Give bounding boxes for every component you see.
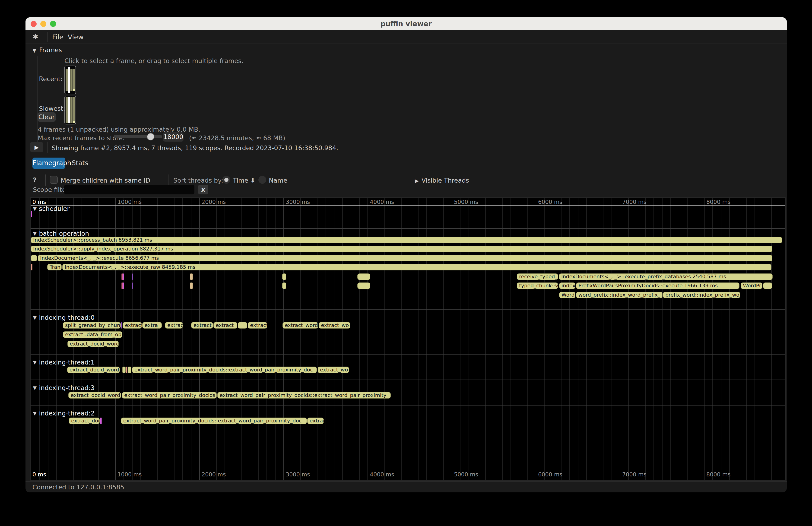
merge-children-checkbox[interactable]: [50, 176, 58, 184]
scope-bar[interactable]: extract_: [191, 322, 213, 328]
frame-bar-selected[interactable]: [68, 67, 70, 93]
sort-time-radio[interactable]: [222, 176, 230, 184]
scope-bar[interactable]: [126, 367, 128, 373]
sort-time-label[interactable]: Time ⬇: [233, 177, 256, 184]
visible-threads-toggle[interactable]: ▶Visible Threads: [415, 177, 469, 184]
scope-bar[interactable]: extract_word: [282, 322, 318, 328]
scope-bar[interactable]: extract_doc: [69, 418, 100, 424]
scope-bar[interactable]: extract_word_pair_proximity_docids::extr…: [121, 418, 307, 424]
recent-frames-thumbnail[interactable]: [64, 65, 76, 94]
scope-bar[interactable]: extract_word_pair_proximity_docids::extr…: [132, 367, 317, 373]
scope-bar[interactable]: [122, 367, 126, 373]
frame-bar-selected[interactable]: [68, 97, 70, 123]
scope-bar[interactable]: extract_wo: [319, 322, 350, 328]
scope-bar[interactable]: PrefixWordPairsProximityDocids::execute …: [576, 282, 739, 289]
scope-bar[interactable]: extract: [248, 322, 267, 328]
scope-bar[interactable]: [357, 282, 370, 289]
frames-summary: 4 frames (1 unpacked) using approximatel…: [38, 126, 200, 133]
scope-bar[interactable]: typed_chunk::w: [517, 282, 558, 289]
frame-bar[interactable]: [73, 69, 75, 91]
max-frames-slider[interactable]: [114, 135, 162, 138]
scope-bar[interactable]: extract_word_pair_proximity_docids: [122, 392, 217, 398]
scope-bar[interactable]: [123, 282, 124, 289]
scope-bar[interactable]: extract_docid_word: [67, 367, 120, 373]
scope-bar[interactable]: [132, 274, 133, 280]
scope-bar[interactable]: Word: [559, 292, 576, 298]
scope-bar[interactable]: [31, 211, 32, 217]
scope-bar[interactable]: [31, 264, 32, 271]
scope-bar[interactable]: extract_docid_word: [68, 341, 119, 347]
slider-knob[interactable]: [147, 133, 154, 141]
slowest-frames-thumbnail[interactable]: [64, 96, 76, 125]
scope-bar[interactable]: IndexDocuments<_, _>::execute 8656.677 m…: [38, 255, 772, 261]
scope-bar[interactable]: extract_wo: [318, 367, 349, 373]
thread-group-label[interactable]: ▼indexing-thread:1: [33, 359, 95, 366]
thread-group-label[interactable]: ▼scheduler: [33, 205, 70, 212]
scope-bar[interactable]: extrac: [307, 418, 324, 424]
separator: [47, 142, 48, 153]
thread-group-label[interactable]: ▼indexing-thread:0: [33, 314, 95, 321]
scope-bar[interactable]: IndexScheduler>::process_batch 8953.821 …: [31, 237, 782, 243]
merge-children-label[interactable]: Merge children with same ID: [61, 177, 150, 184]
scope-bar[interactable]: [121, 282, 123, 289]
scope-bar[interactable]: extract_: [214, 322, 237, 328]
scope-bar[interactable]: [238, 322, 247, 328]
max-frames-value[interactable]: 18000: [163, 132, 184, 142]
scope-bar[interactable]: extract_docid_word: [68, 392, 121, 398]
scope-bar[interactable]: IndexScheduler>::apply_index_operation 8…: [31, 246, 772, 252]
frame-bar[interactable]: [66, 97, 68, 123]
scope-bar[interactable]: [123, 274, 124, 280]
theme-toggle-icon[interactable]: ✱: [32, 33, 38, 41]
menu-view[interactable]: View: [68, 33, 84, 41]
help-button[interactable]: ?: [33, 176, 37, 184]
scope-bar[interactable]: [190, 274, 193, 280]
frame-bar[interactable]: [66, 69, 68, 91]
frame-bar[interactable]: [70, 69, 73, 91]
play-button[interactable]: ▶: [30, 142, 43, 152]
scope-bar[interactable]: word_prefix::index_word_prefix_: [576, 292, 663, 298]
scope-bar[interactable]: [132, 282, 133, 289]
thread-group-label[interactable]: ▼batch-operation: [33, 230, 89, 237]
scope-filter-input[interactable]: [64, 185, 194, 194]
scope-bar[interactable]: prefix_word::index_prefix_wo: [663, 292, 740, 298]
clear-button[interactable]: Clear: [38, 112, 56, 122]
scope-bar[interactable]: receive_typed_: [517, 274, 558, 280]
scope-bar[interactable]: WordPr: [741, 282, 763, 289]
tab-stats[interactable]: Stats: [70, 158, 90, 169]
scope-bar[interactable]: extra: [142, 322, 162, 328]
flamegraph-canvas[interactable]: 0 ms0 ms1000 ms1000 ms2000 ms2000 ms3000…: [30, 198, 786, 481]
scope-bar[interactable]: Trans: [47, 264, 62, 271]
menu-bar: ✱ File View: [26, 30, 787, 44]
scope-bar[interactable]: [121, 274, 123, 280]
scope-bar[interactable]: [128, 367, 131, 373]
scope-bar[interactable]: [357, 274, 370, 280]
scope-bar[interactable]: IndexDocuments<_, _>::execute_prefix_dat…: [559, 274, 773, 280]
menu-file[interactable]: File: [52, 33, 63, 41]
scope-bar[interactable]: [282, 274, 286, 280]
scope-bar[interactable]: extract_word_pair_proximity_docids::extr…: [217, 392, 391, 398]
scope-bar[interactable]: [763, 282, 772, 289]
sort-name-radio[interactable]: [258, 176, 266, 184]
scope-bar[interactable]: index: [559, 282, 576, 289]
frame-bar[interactable]: [73, 97, 75, 123]
scope-bar[interactable]: [31, 255, 37, 261]
scope-bar[interactable]: extract: [122, 322, 142, 328]
sort-name-label[interactable]: Name: [269, 177, 287, 184]
frame-bar[interactable]: [70, 97, 73, 123]
collapse-arrow-icon: ▼: [33, 231, 37, 236]
clear-filter-button[interactable]: x: [198, 185, 208, 194]
scope-bar[interactable]: [100, 418, 102, 424]
scope-bar[interactable]: IndexDocuments<_, _>::execute_raw 8459.1…: [62, 264, 771, 271]
scope-bar[interactable]: extract::data_from_ob: [63, 331, 122, 338]
scope-bar[interactable]: extrac: [165, 322, 183, 328]
scope-bar[interactable]: split_grenad_by_chun: [63, 322, 121, 328]
thread-group-label[interactable]: ▼indexing-thread:3: [33, 384, 95, 391]
scope-bar[interactable]: [121, 322, 122, 328]
frames-header[interactable]: ▼Frames: [32, 46, 62, 54]
thread-group-label[interactable]: ▼indexing-thread:2: [33, 410, 95, 417]
scope-bar[interactable]: [190, 282, 193, 289]
tab-flamegraph[interactable]: Flamegraph: [32, 158, 66, 169]
scope-bar[interactable]: [282, 282, 286, 289]
divider: [26, 155, 787, 155]
recent-label: Recent:: [39, 75, 62, 83]
